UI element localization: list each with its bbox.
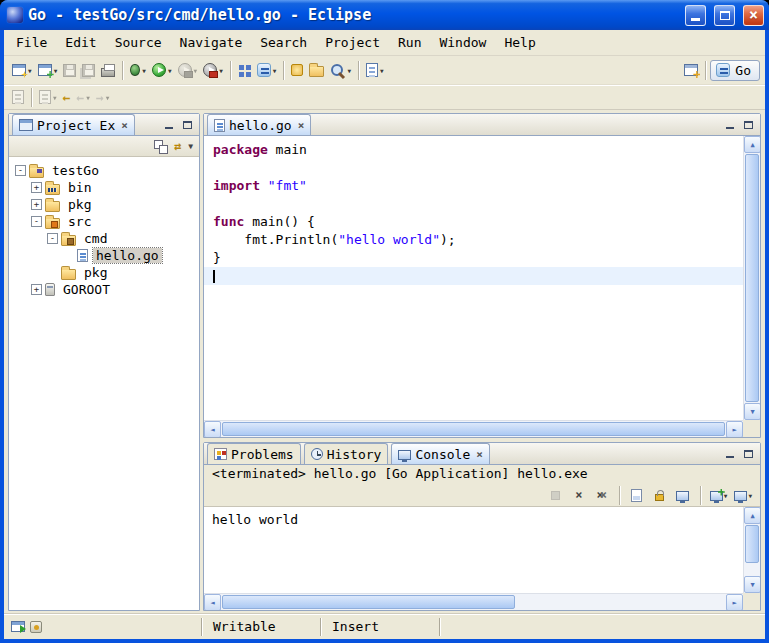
window-maximize-button[interactable] — [714, 5, 735, 26]
menu-navigate[interactable]: Navigate — [171, 31, 252, 54]
next-annotation-button[interactable]: ▼ — [36, 86, 60, 108]
external-tools-button[interactable]: ▼ — [200, 59, 226, 81]
open-resource-button[interactable] — [306, 59, 327, 81]
scroll-up-button[interactable]: ▲ — [744, 136, 760, 153]
debug-button[interactable]: ▼ — [127, 59, 149, 81]
tree-item-src-pkg[interactable]: pkg — [9, 264, 199, 281]
back-icon: ← — [76, 90, 84, 105]
tab-project-explorer[interactable]: Project Ex × — [12, 114, 135, 135]
grid-icon-button[interactable] — [235, 59, 254, 81]
open-perspective-button[interactable] — [681, 59, 701, 81]
console-horizontal-scrollbar[interactable]: ◄ ► — [204, 593, 743, 610]
tree-expander[interactable]: + — [31, 284, 42, 295]
scroll-up-button[interactable]: ▲ — [744, 507, 760, 524]
tree-item-bin[interactable]: + bin — [9, 179, 199, 196]
scroll-track[interactable] — [221, 594, 726, 610]
tree-item-hello-go[interactable]: hello.go — [9, 247, 199, 264]
remove-all-launches-button[interactable]: ×× — [592, 485, 612, 505]
tab-console[interactable]: Console × — [391, 443, 489, 464]
tree-expander[interactable]: + — [31, 182, 42, 193]
maximize-console-button[interactable] — [741, 448, 755, 460]
search-button[interactable]: ▼ — [327, 59, 354, 81]
scroll-track[interactable] — [744, 153, 760, 403]
scroll-thumb[interactable] — [745, 525, 759, 563]
scroll-track[interactable] — [744, 524, 760, 576]
editor-vertical-scrollbar[interactable]: ▲ ▼ — [743, 136, 760, 420]
minimize-editor-button[interactable] — [723, 119, 737, 131]
last-edit-location-button[interactable]: ← — [60, 86, 74, 108]
editor-horizontal-scrollbar[interactable]: ◄ ► — [204, 420, 743, 437]
remove-launch-button[interactable]: × — [569, 485, 589, 505]
menu-edit[interactable]: Edit — [56, 31, 105, 54]
open-console-button[interactable]: ▼ — [708, 485, 730, 505]
menu-search[interactable]: Search — [251, 31, 316, 54]
scroll-thumb[interactable] — [222, 595, 515, 609]
scroll-right-button[interactable]: ► — [726, 421, 743, 437]
save-all-button[interactable] — [79, 59, 98, 81]
run-last-button[interactable]: ▼ — [175, 59, 201, 81]
menu-project[interactable]: Project — [316, 31, 389, 54]
annotations-button[interactable]: ▼ — [363, 59, 387, 81]
pin-editor-button[interactable] — [9, 86, 27, 108]
tree-expander[interactable]: - — [15, 165, 26, 176]
scroll-down-button[interactable]: ▼ — [744, 403, 760, 420]
tree-item-pkg[interactable]: + pkg — [9, 196, 199, 213]
run-button[interactable]: ▼ — [149, 59, 175, 81]
go-tools-button[interactable]: ▼ — [254, 59, 280, 81]
code-editor[interactable]: package main import "fmt" func main() { … — [204, 136, 760, 437]
menu-run[interactable]: Run — [389, 31, 430, 54]
tree-item-testgo[interactable]: - testGo — [9, 162, 199, 179]
tab-problems[interactable]: Problems — [207, 443, 301, 464]
save-button[interactable] — [60, 59, 79, 81]
minimize-console-button[interactable] — [723, 448, 737, 460]
menu-help[interactable]: Help — [495, 31, 544, 54]
pin-console-button[interactable] — [673, 485, 693, 505]
tab-close-icon[interactable]: × — [298, 120, 305, 131]
menu-file[interactable]: File — [7, 31, 56, 54]
menu-window[interactable]: Window — [430, 31, 495, 54]
new-wizard-button[interactable]: ▼ — [9, 59, 35, 81]
scroll-right-button[interactable]: ► — [726, 594, 743, 610]
scroll-left-button[interactable]: ◄ — [204, 421, 221, 437]
scroll-thumb[interactable] — [222, 422, 725, 436]
console-output[interactable]: hello world ▲ ▼ ◄ ► — [204, 507, 760, 610]
tab-close-icon[interactable]: × — [121, 120, 128, 131]
display-console-button[interactable]: ▼ — [732, 485, 754, 505]
fast-view-button[interactable] — [11, 621, 25, 632]
tab-close-icon[interactable]: × — [476, 449, 483, 460]
scroll-lock-button[interactable] — [650, 485, 670, 505]
back-button[interactable]: ← ▼ — [73, 86, 92, 108]
tab-hello-go[interactable]: hello.go × — [207, 114, 311, 135]
go-perspective-button[interactable]: Go — [710, 60, 760, 81]
maximize-view-button[interactable] — [180, 119, 194, 131]
menu-source[interactable]: Source — [106, 31, 171, 54]
tree-expander[interactable]: + — [31, 199, 42, 210]
open-type-button[interactable] — [288, 59, 306, 81]
tab-history[interactable]: History — [304, 443, 389, 464]
window-minimize-button[interactable] — [685, 5, 706, 26]
new-element-button[interactable]: ▼ — [35, 59, 61, 81]
scroll-thumb[interactable] — [745, 154, 759, 402]
trim-widget-button[interactable] — [30, 621, 42, 633]
minimize-view-button[interactable] — [162, 119, 176, 131]
window-close-button[interactable]: × — [743, 5, 764, 26]
scroll-down-button[interactable]: ▼ — [744, 576, 760, 593]
tree-expander[interactable]: - — [31, 216, 42, 227]
console-vertical-scrollbar[interactable]: ▲ ▼ — [743, 507, 760, 593]
tree-expander[interactable]: - — [47, 233, 58, 244]
scroll-track[interactable] — [221, 421, 726, 437]
project-tree[interactable]: - testGo + bin + pkg - — [9, 157, 199, 610]
tree-item-goroot[interactable]: + GOROOT — [9, 281, 199, 298]
tree-item-cmd[interactable]: - cmd — [9, 230, 199, 247]
view-menu-button[interactable]: ▼ — [188, 142, 193, 151]
maximize-editor-button[interactable] — [741, 119, 755, 131]
titlebar[interactable]: Go - testGo/src/cmd/hello.go - Eclipse × — [0, 0, 769, 30]
tree-item-src[interactable]: - src — [9, 213, 199, 230]
clear-console-button[interactable] — [627, 485, 647, 505]
collapse-all-button[interactable] — [154, 140, 167, 153]
terminate-button[interactable] — [546, 485, 566, 505]
print-button[interactable] — [98, 59, 118, 81]
link-with-editor-button[interactable]: ⇄ — [174, 140, 181, 152]
forward-button[interactable]: → ▼ — [93, 86, 112, 108]
scroll-left-button[interactable]: ◄ — [204, 594, 221, 610]
